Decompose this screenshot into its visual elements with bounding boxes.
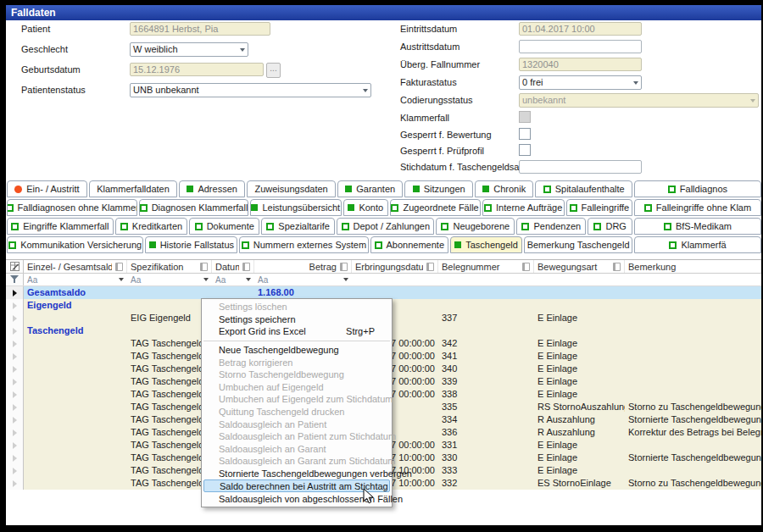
eintrittsdatum-field[interactable]: 01.04.2017 10:00 — [519, 22, 642, 36]
geburtsdatum-field[interactable]: 15.12.1976 — [130, 63, 264, 76]
menu-item-export-grid-ins-excel[interactable]: Export Grid ins ExcelStrg+P — [202, 325, 392, 338]
column-header-erbr[interactable]: Erbringungsdatum — [352, 260, 438, 273]
gesperrt-pruefprofil-checkbox[interactable] — [519, 144, 531, 156]
tab-interne-auftr-ge[interactable]: Interne Aufträge — [482, 199, 565, 216]
menu-item-label: Saldoausgleich an Garant — [219, 444, 326, 454]
menu-item-settings-speichern[interactable]: Settings speichern — [202, 313, 392, 326]
table-row[interactable]: Gesamtsaldo1.168.00 — [6, 286, 761, 299]
tab-row-3: Eingriffe KlammerfallKreditkartenDokumen… — [7, 218, 761, 236]
column-header-art[interactable]: Bewegungsart — [534, 260, 625, 273]
tab-drg[interactable]: DRG — [588, 218, 632, 235]
menu-item-shortcut: Strg+P — [346, 326, 375, 336]
patient-field[interactable]: 1664891 Herbst, Pia — [130, 22, 270, 36]
fakturastatus-label: Fakturastatus — [400, 75, 457, 89]
tab-label: Chronik — [493, 184, 526, 194]
tab-pendenzen[interactable]: Pendenzen — [516, 218, 586, 235]
tab-nummern-externes-system[interactable]: Nummern externes System — [239, 236, 368, 253]
pin-icon[interactable] — [522, 263, 530, 271]
row-indicator — [6, 286, 24, 299]
column-header-bem[interactable]: Bemerkung — [625, 260, 761, 273]
row-indicator — [6, 477, 24, 490]
green-square-filled-icon — [187, 186, 193, 192]
ueberg-fallnummer-field[interactable]: 1320040 — [519, 58, 642, 71]
tab-adressen[interactable]: Adressen — [179, 180, 245, 197]
cell-art: E Einlage — [534, 363, 625, 375]
pin-icon[interactable] — [242, 263, 250, 271]
tab-historie-fallstatus[interactable]: Historie Fallstatus — [145, 236, 237, 253]
tab-label: Pendenzen — [533, 221, 581, 231]
tab-leistungs-bersicht[interactable]: Leistungsübersicht — [250, 199, 342, 216]
tab-falldiagnos[interactable]: Falldiagnos — [634, 180, 761, 197]
tab-konto[interactable]: Konto — [343, 199, 388, 216]
filter-dropdown-icon[interactable] — [343, 278, 348, 281]
tab-zugeordnete-f-lle[interactable]: Zugeordnete Fälle — [390, 199, 481, 216]
tab-klammerfalldaten[interactable]: Klammerfalldaten — [89, 180, 177, 197]
filter-dropdown-icon[interactable] — [246, 278, 251, 281]
cell-art — [534, 286, 625, 299]
klammerfall-checkbox[interactable] — [519, 111, 531, 123]
tab-eingriffe-klammerfall[interactable]: Eingriffe Klammerfall — [7, 218, 114, 235]
tab-bemerkung-taschengeld[interactable]: Bemerkung Taschengeld — [524, 236, 632, 253]
menu-item-stornierte-taschengeldbewegungen-verbergen[interactable]: Stornierte Taschengeldbewegungen verberg… — [202, 468, 392, 480]
fakturastatus-select[interactable]: 0 frei — [519, 75, 642, 90]
gesperrt-bewertung-checkbox[interactable] — [519, 128, 531, 140]
tab-zuweisungsdaten[interactable]: Zuweisungsdaten — [247, 180, 336, 197]
column-header-spez[interactable]: Spezifikation — [127, 260, 212, 273]
tab-spezialtarife[interactable]: Spezialtarife — [261, 218, 335, 235]
tab-falldiagnosen-ohne-klammer[interactable]: Falldiagnosen ohne Klammer — [7, 199, 137, 216]
filter-cell-datum[interactable]: Aa — [212, 274, 254, 285]
filter-dropdown-icon[interactable] — [203, 278, 209, 281]
tab-falleingriffe-ohne-klam[interactable]: Falleingriffe ohne Klam — [634, 199, 761, 216]
tab-klammerf[interactable]: Klammerfä — [634, 236, 761, 253]
tab-kreditkarten[interactable]: Kreditkarten — [115, 218, 188, 235]
austrittsdatum-field[interactable] — [519, 40, 642, 53]
tab-sitzungen[interactable]: Sitzungen — [404, 180, 473, 197]
pin-icon[interactable] — [115, 263, 123, 271]
tab-abonnemente[interactable]: Abonnemente — [370, 236, 448, 253]
pin-icon[interactable] — [200, 263, 208, 271]
stichdatum-taschengeldsaldo-field[interactable] — [519, 160, 642, 174]
cell-art: R Auszahlung — [534, 426, 625, 439]
filter-cell-betrag[interactable]: Aa — [254, 274, 352, 285]
cell-saldo: Taschengeld — [24, 324, 127, 337]
tab-bfs-medikam[interactable]: BfS-Medikam — [634, 218, 761, 235]
tab-falleingriffe[interactable]: Falleingriffe — [566, 199, 632, 216]
column-header-beleg[interactable]: Belegnummer — [438, 260, 534, 273]
tab-taschengeld[interactable]: Taschengeld — [450, 236, 522, 253]
column-header-saldo[interactable]: Einzel- / Gesamtsaldo — [24, 260, 127, 273]
row-indicator — [6, 312, 24, 324]
filter-cell-erbr — [352, 274, 438, 285]
tab-garanten[interactable]: Garanten — [337, 180, 403, 197]
codierungsstatus-select[interactable]: unbekannt — [519, 93, 759, 108]
row-indicator — [6, 350, 24, 363]
chevron-down-icon — [240, 48, 245, 52]
pin-icon[interactable] — [340, 263, 348, 271]
menu-separator — [203, 341, 390, 341]
tab-neugeborene[interactable]: Neugeborene — [436, 218, 515, 235]
pin-icon[interactable] — [426, 263, 434, 271]
tab-depot-zahlungen[interactable]: Depot / Zahlungen — [337, 218, 434, 235]
pin-icon[interactable] — [613, 263, 621, 271]
current-row-arrow-icon — [13, 442, 17, 449]
filter-dropdown-icon[interactable] — [119, 278, 124, 281]
filter-cell-spez[interactable]: Aa — [127, 274, 212, 285]
menu-item-saldo-berechnen-bei-austritt-am-stichtag[interactable]: Saldo berechnen bei Austritt am Stichtag — [203, 479, 390, 492]
tab-diagnosen-klammerfall[interactable]: Diagnosen Klammerfall — [139, 199, 248, 216]
tab-chronik[interactable]: Chronik — [475, 180, 533, 197]
cell-beleg: 336 — [438, 426, 534, 439]
current-row-arrow-icon — [13, 290, 17, 296]
filter-icon[interactable] — [10, 275, 19, 284]
tab-ein-austritt[interactable]: Ein- / Austritt — [7, 180, 87, 197]
filter-cell-saldo[interactable]: Aa — [24, 274, 127, 285]
geschlecht-select[interactable]: W weiblich — [130, 42, 248, 57]
menu-item-neue-taschengeldbewegung[interactable]: Neue Taschengeldbewegung — [202, 344, 392, 357]
patientenstatus-select[interactable]: UNB unbekannt — [130, 83, 371, 97]
current-row-arrow-icon — [13, 315, 17, 322]
geburtsdatum-browse-button[interactable]: ... — [266, 63, 281, 78]
current-row-arrow-icon — [13, 302, 17, 309]
tab-dokumente[interactable]: Dokumente — [189, 218, 259, 235]
tab-kommunikation-versicherung[interactable]: Kommunikation Versicherung — [7, 236, 143, 253]
tab-spitalaufenthalte[interactable]: Spitalaufenthalte — [535, 180, 632, 197]
column-header-betrag[interactable]: Betrag — [254, 260, 352, 273]
column-header-datum[interactable]: Datum — [212, 260, 254, 273]
